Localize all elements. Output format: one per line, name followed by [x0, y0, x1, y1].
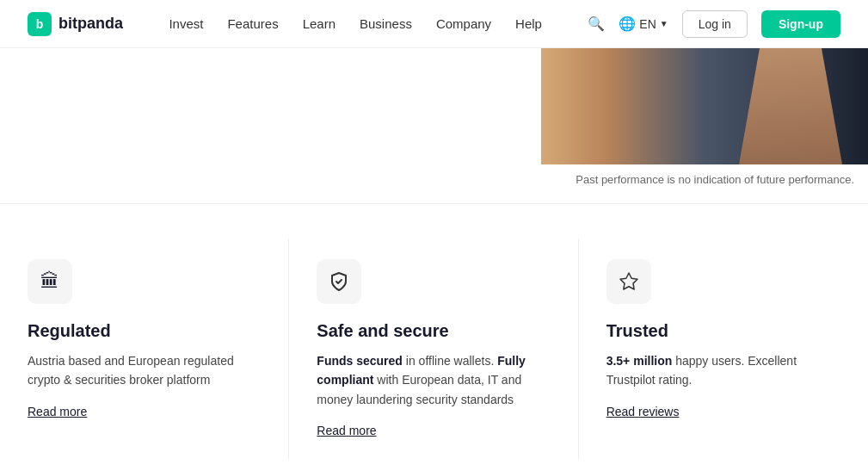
nav-invest[interactable]: Invest: [169, 16, 203, 31]
safe-secure-title: Safe and secure: [317, 321, 550, 341]
feature-card-safe-secure: Safe and secure Funds secured in offline…: [289, 239, 578, 459]
nav-right: 🔍 🌐 EN ▼ Log in Sign-up: [588, 10, 840, 38]
signup-button[interactable]: Sign-up: [761, 10, 840, 38]
chevron-down-icon: ▼: [660, 19, 668, 28]
logo-text: bitpanda: [58, 15, 123, 33]
trusted-desc: 3.5+ million happy users. Excellent Trus…: [606, 351, 840, 390]
safe-secure-desc: Funds secured in offline wallets. Fully …: [317, 351, 550, 409]
feature-card-trusted: Trusted 3.5+ million happy users. Excell…: [579, 239, 868, 459]
trusted-icon: [606, 259, 651, 304]
svg-marker-0: [620, 273, 637, 289]
nav-business[interactable]: Business: [360, 16, 412, 31]
hero-image: [541, 48, 868, 164]
regulated-icon: 🏛: [28, 259, 72, 304]
search-icon[interactable]: 🔍: [588, 15, 605, 32]
main-content: Past performance is no indication of fut…: [0, 0, 868, 471]
past-performance-text: Past performance is no indication of fut…: [576, 173, 861, 186]
regulated-title: Regulated: [28, 321, 261, 341]
feature-card-regulated: 🏛 Regulated Austria based and European r…: [0, 239, 289, 459]
trusted-title: Trusted: [606, 321, 840, 341]
nav-features[interactable]: Features: [227, 16, 278, 31]
nav-learn[interactable]: Learn: [303, 16, 336, 31]
trusted-read-reviews[interactable]: Read reviews: [606, 405, 680, 418]
regulated-read-more[interactable]: Read more: [28, 405, 87, 418]
globe-icon: 🌐: [619, 15, 636, 32]
regulated-desc: Austria based and European regulated cry…: [28, 351, 261, 390]
nav-company[interactable]: Company: [436, 16, 491, 31]
safe-secure-read-more[interactable]: Read more: [317, 424, 376, 437]
language-selector[interactable]: 🌐 EN ▼: [619, 15, 668, 32]
nav-links: Invest Features Learn Business Company H…: [169, 16, 542, 31]
lang-label: EN: [639, 17, 656, 31]
hero-image-inner: [541, 48, 868, 164]
logo-icon: b: [28, 12, 52, 36]
hero-figure: [739, 48, 842, 164]
safe-secure-icon: [317, 259, 361, 304]
hero-section: Past performance is no indication of fut…: [0, 48, 868, 203]
navbar: b bitpanda Invest Features Learn Busines…: [0, 0, 868, 48]
login-button[interactable]: Log in: [682, 10, 748, 38]
nav-help[interactable]: Help: [515, 16, 542, 31]
logo[interactable]: b bitpanda: [28, 12, 123, 36]
features-section: 🏛 Regulated Austria based and European r…: [0, 203, 868, 471]
